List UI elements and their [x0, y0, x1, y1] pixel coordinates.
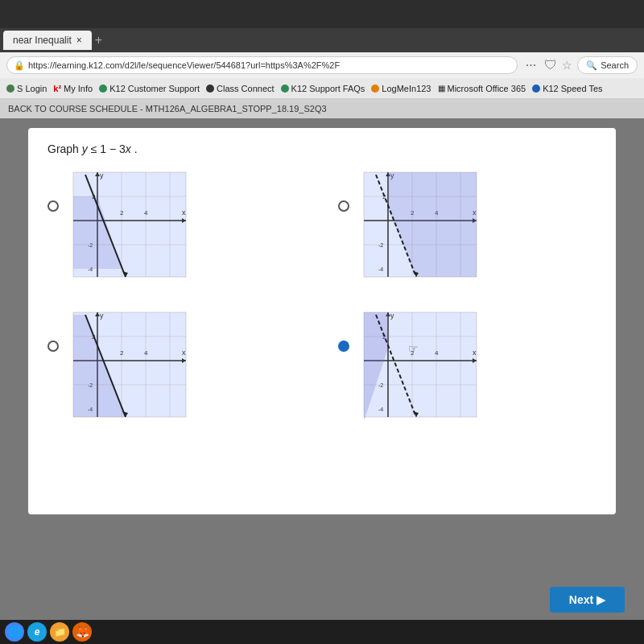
next-button[interactable]: Next ▶ [550, 587, 625, 613]
question-text: Graph y ≤ 1 − 3x . [47, 142, 597, 155]
svg-text:x: x [473, 349, 477, 357]
tab-close[interactable]: × [76, 35, 82, 46]
search-label: Search [601, 60, 629, 70]
myinfo-label: My Info [64, 84, 93, 93]
shield-icon: 🛡 [544, 58, 557, 72]
bookmarks-bar: S Login k² My Info K12 Customer Support … [0, 78, 644, 99]
bookmark-class-connect[interactable]: Class Connect [206, 84, 275, 93]
radio-c[interactable] [47, 341, 59, 352]
svg-text:4: 4 [144, 209, 148, 217]
svg-text:2: 2 [120, 349, 124, 357]
graph-c: x y 2 4 2 -2 -4 [65, 308, 194, 429]
firefox-taskbar-icon[interactable]: 🦊 [72, 622, 92, 642]
class-connect-label: Class Connect [217, 84, 275, 93]
graph-option-d[interactable]: x y 2 4 2 -2 -4 [338, 308, 597, 429]
bookmark-slogin[interactable]: S Login [6, 84, 47, 93]
svg-text:-4: -4 [378, 266, 383, 272]
speedtest-icon [532, 85, 540, 93]
new-tab-button[interactable]: + [95, 33, 102, 47]
bookmark-speedtest[interactable]: K12 Speed Tes [532, 84, 602, 93]
customer-support-label: K12 Customer Support [109, 84, 200, 93]
bookmark-support-faqs[interactable]: K12 Support FAQs [281, 84, 365, 93]
graph-svg-b: x y 2 4 2 -2 -4 [356, 168, 485, 289]
faqs-icon [281, 85, 289, 93]
faqs-label: K12 Support FAQs [291, 84, 365, 93]
graph-option-b[interactable]: x y 2 4 2 -2 -4 [338, 168, 597, 289]
question-box: Graph y ≤ 1 − 3x . [28, 128, 616, 514]
search-icon: 🔍 [586, 60, 597, 71]
breadcrumb-bar: BACK TO COURSE SCHEDULE - MTH126A_ALGEBR… [0, 99, 644, 118]
office-icon: ▦ [438, 84, 445, 93]
taskbar: 🌐 e 📁 🦊 [0, 620, 644, 644]
svg-text:4: 4 [435, 349, 439, 357]
more-options-icon[interactable]: ··· [526, 58, 536, 72]
myinfo-icon: k² [53, 84, 61, 93]
breadcrumb: BACK TO COURSE SCHEDULE - MTH126A_ALGEBR… [8, 104, 327, 114]
graph-a: x y 2 4 2 -2 -4 [65, 168, 194, 289]
classconnect-icon [206, 85, 214, 93]
page-background: BACK TO COURSE SCHEDULE - MTH126A_ALGEBR… [0, 99, 644, 620]
graphs-grid: x y 2 4 2 -2 -4 [47, 168, 597, 429]
active-tab[interactable]: near Inequalit × [3, 31, 92, 50]
bookmark-logmein[interactable]: LogMeIn123 [371, 84, 431, 93]
folder-taskbar-icon[interactable]: 📁 [50, 622, 69, 642]
svg-text:x: x [182, 208, 186, 217]
graph-d: x y 2 4 2 -2 -4 [356, 308, 485, 429]
lock-icon: 🔒 [14, 60, 25, 71]
svg-text:y: y [100, 171, 104, 180]
bookmark-myinfo[interactable]: k² My Info [53, 84, 93, 93]
svg-text:y: y [390, 312, 394, 320]
tab-bar: near Inequalit × + [0, 28, 644, 52]
svg-text:-2: -2 [378, 382, 383, 388]
content-area: Graph y ≤ 1 − 3x . [0, 118, 644, 580]
office-label: Microsoft Office 365 [448, 84, 526, 93]
url-text: https://learning.k12.com/d2l/le/sequence… [28, 60, 340, 70]
svg-text:-2: -2 [378, 242, 383, 248]
search-button[interactable]: 🔍 Search [577, 56, 638, 74]
logmein-label: LogMeIn123 [382, 84, 431, 93]
svg-text:-4: -4 [378, 407, 383, 412]
address-bar[interactable]: 🔒 https://learning.k12.com/d2l/le/sequen… [6, 56, 518, 74]
svg-text:y: y [100, 312, 104, 320]
chrome-taskbar-icon[interactable]: 🌐 [5, 622, 24, 642]
graph-option-a[interactable]: x y 2 4 2 -2 -4 [47, 168, 306, 289]
speedtest-label: K12 Speed Tes [543, 84, 602, 93]
browser-top [0, 0, 644, 28]
svg-text:2: 2 [120, 209, 124, 217]
next-bar: Next ▶ [0, 580, 644, 620]
slogin-icon [6, 85, 14, 93]
radio-d[interactable] [338, 341, 349, 352]
graph-svg-d: x y 2 4 2 -2 -4 [356, 308, 485, 429]
svg-text:☞: ☞ [408, 342, 419, 355]
svg-text:x: x [182, 349, 186, 357]
svg-text:4: 4 [144, 349, 148, 357]
support-icon [99, 85, 107, 93]
bookmark-customer-support[interactable]: K12 Customer Support [99, 84, 200, 93]
ie-taskbar-icon[interactable]: e [27, 622, 47, 642]
address-bar-row: 🔒 https://learning.k12.com/d2l/le/sequen… [0, 52, 644, 78]
slogin-label: S Login [17, 84, 47, 93]
bookmark-office365[interactable]: ▦ Microsoft Office 365 [438, 84, 526, 93]
tab-title: near Inequalit [13, 35, 72, 46]
graph-option-c[interactable]: x y 2 4 2 -2 -4 [47, 308, 306, 429]
graph-svg-c: x y 2 4 2 -2 -4 [65, 308, 194, 429]
bookmark-star-icon[interactable]: ☆ [562, 59, 572, 72]
radio-a[interactable] [47, 200, 59, 212]
graph-b: x y 2 4 2 -2 -4 [356, 168, 485, 289]
radio-b[interactable] [338, 200, 349, 212]
logmein-icon [371, 85, 379, 93]
graph-svg-a: x y 2 4 2 -2 -4 [65, 168, 194, 289]
